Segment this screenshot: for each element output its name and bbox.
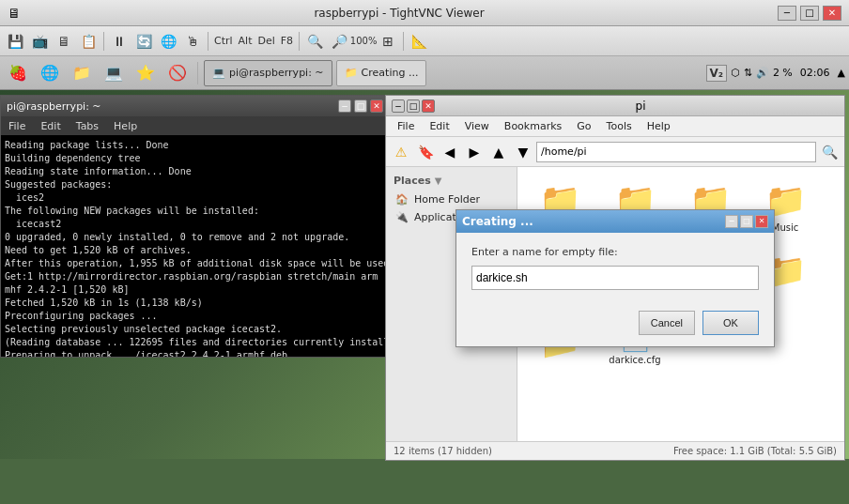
dialog-buttons: Cancel OK	[456, 303, 774, 346]
minimize-button[interactable]: −	[778, 6, 796, 21]
bluetooth-icon[interactable]: ⬡	[731, 67, 740, 79]
taskbar-terminal-icon[interactable]: 💻	[100, 59, 128, 87]
toolbar-network[interactable]: 🌐	[157, 30, 179, 53]
terminal-line: icecast2	[5, 218, 385, 231]
toolbar-zoom-100[interactable]: 100%	[352, 30, 375, 53]
taskbar-terminal-task[interactable]: 💻 pi@raspberrypi: ~	[204, 60, 332, 86]
terminal-line: Get:1 http://mirrordirector.raspbian.org…	[5, 270, 385, 283]
terminal-line: Fetched 1,520 kB in 1s (1,138 kB/s)	[5, 297, 385, 310]
window-title: raspberrypi - TightVNC Viewer	[21, 7, 778, 20]
terminal-line: Suggested packages:	[5, 178, 385, 191]
close-button[interactable]: ✕	[823, 6, 841, 21]
battery-indicator: 2 %	[773, 67, 793, 79]
terminal-line: Preparing to unpack .../icecast2_2.4.2-1…	[5, 349, 385, 357]
toolbar-clipboard[interactable]: 📋	[77, 30, 100, 53]
dialog-ok-button[interactable]: OK	[702, 311, 759, 335]
toolbar-display[interactable]: 🖥	[53, 30, 75, 53]
taskbar-terminal-task-icon: 💻	[212, 67, 225, 79]
toolbar-separator-4	[403, 32, 404, 51]
terminal-content[interactable]: Reading package lists... Done Building d…	[1, 135, 389, 357]
toolbar-options[interactable]: 📐	[408, 30, 430, 53]
terminal-line: mhf 2.4.2-1 [1,520 kB]	[5, 283, 385, 297]
toolbar-zoom-in[interactable]: 🔎	[328, 30, 350, 53]
dialog-title: Creating ...	[462, 215, 723, 228]
dialog-max-btn[interactable]: □	[740, 215, 753, 228]
terminal-max-btn[interactable]: □	[354, 99, 367, 113]
taskbar-block-icon[interactable]: 🚫	[163, 59, 192, 87]
terminal-line: (Reading database ... 122695 files and d…	[5, 336, 385, 349]
network-arrows-icon[interactable]: ⇅	[744, 67, 752, 79]
toolbar-screen[interactable]: 📺	[28, 30, 51, 53]
dialog-body: Enter a name for empty file:	[456, 233, 774, 303]
terminal-line: Need to get 1,520 kB of archives.	[5, 244, 385, 257]
dialog-label: Enter a name for empty file:	[471, 246, 759, 258]
terminal-menu: File Edit Tabs Help	[1, 116, 389, 135]
terminal-line: Reading package lists... Done	[5, 139, 385, 152]
systray-arrow[interactable]: ▲	[838, 67, 845, 79]
desktop: 🗑 pi@raspberrypi: ~ − □ ✕ File Edit Tabs…	[0, 90, 849, 459]
toolbar-zoom-out[interactable]: 🔍	[303, 30, 326, 53]
titlebar: 🖥 raspberrypi - TightVNC Viewer − □ ✕	[0, 0, 849, 26]
clock: 02:06	[796, 67, 834, 79]
terminal-min-btn[interactable]: −	[338, 99, 351, 113]
taskbar-creating-task-label: Creating ...	[362, 67, 419, 79]
terminal-line: ices2	[5, 191, 385, 205]
taskbar-creating-task[interactable]: 📁 Creating ...	[336, 60, 427, 86]
toolbar-del-key[interactable]: Del	[255, 35, 276, 47]
taskbar-creating-task-icon: 📁	[345, 67, 358, 79]
terminal-line: Reading state information... Done	[5, 165, 385, 178]
terminal-line: Building dependency tree	[5, 152, 385, 165]
taskbar-starred-icon[interactable]: ⭐	[131, 59, 160, 87]
terminal-line: Selecting previously unselected package …	[5, 323, 385, 336]
toolbar-mouse[interactable]: 🖱	[181, 30, 204, 53]
taskbar-browser-icon[interactable]: 🌐	[36, 59, 64, 87]
toolbar-save[interactable]: 💾	[4, 30, 26, 53]
toolbar-zoom-fit[interactable]: ⊞	[377, 30, 399, 53]
terminal-titlebar: pi@raspberrypi: ~ − □ ✕	[1, 96, 389, 116]
dialog-cancel-button[interactable]: Cancel	[639, 311, 695, 335]
volume-icon[interactable]: 🔊	[756, 67, 769, 79]
creating-dialog: Creating ... − □ ✕ Enter a name for empt…	[455, 209, 775, 347]
taskbar-raspberry-icon[interactable]: 🍓	[4, 59, 32, 87]
dialog-close-btn[interactable]: ✕	[755, 215, 768, 228]
systray: V₂ ⬡ ⇅ 🔊 2 % 02:06 ▲	[706, 65, 846, 82]
toolbar-separator-3	[299, 32, 300, 51]
dialog-min-btn[interactable]: −	[725, 215, 738, 228]
terminal-close-btn[interactable]: ✕	[370, 99, 383, 113]
terminal-title: pi@raspberrypi: ~	[7, 100, 101, 113]
terminal-menu-edit[interactable]: Edit	[37, 120, 64, 132]
toolbar-refresh[interactable]: 🔄	[132, 30, 155, 53]
window-controls: − □ ✕	[778, 6, 841, 21]
dialog-filename-input[interactable]	[471, 266, 759, 290]
toolbar-alt-key[interactable]: Alt	[237, 35, 255, 47]
toolbar-pause[interactable]: ⏸	[108, 30, 131, 53]
toolbar-ctrl-key[interactable]: Ctrl	[212, 35, 235, 47]
title-app-icon: 🖥	[8, 6, 21, 21]
taskbar: 🍓 🌐 📁 💻 ⭐ 🚫 💻 pi@raspberrypi: ~ 📁 Creati…	[0, 56, 849, 90]
terminal-window: pi@raspberrypi: ~ − □ ✕ File Edit Tabs H…	[0, 95, 390, 358]
file-manager-window: − □ ✕ pi File Edit View Bookmarks Go Too…	[385, 95, 845, 461]
terminal-line: 0 upgraded, 0 newly installed, 0 to remo…	[5, 231, 385, 244]
toolbar-f8-key[interactable]: F8	[279, 35, 295, 47]
toolbar-separator-1	[103, 32, 104, 51]
dialog-overlay: Creating ... − □ ✕ Enter a name for empt…	[386, 96, 844, 460]
vnc-systray-icon[interactable]: V₂	[706, 65, 728, 82]
dialog-titlebar: Creating ... − □ ✕	[456, 210, 774, 233]
taskbar-files-icon[interactable]: 📁	[68, 59, 96, 87]
terminal-line: Preconfiguring packages ...	[5, 310, 385, 323]
terminal-menu-help[interactable]: Help	[110, 120, 141, 132]
taskbar-terminal-task-label: pi@raspberrypi: ~	[229, 67, 324, 79]
terminal-line: After this operation, 1,955 kB of additi…	[5, 257, 385, 270]
maximize-button[interactable]: □	[800, 6, 819, 21]
toolbar-separator-2	[208, 32, 208, 51]
vnc-toolbar: 💾 📺 🖥 📋 ⏸ 🔄 🌐 🖱 Ctrl Alt Del F8 🔍 🔎 100%…	[0, 26, 849, 56]
terminal-line: The following NEW packages will be insta…	[5, 205, 385, 218]
terminal-menu-file[interactable]: File	[5, 120, 29, 132]
terminal-menu-tabs[interactable]: Tabs	[72, 120, 102, 132]
taskbar-separator	[197, 62, 198, 84]
